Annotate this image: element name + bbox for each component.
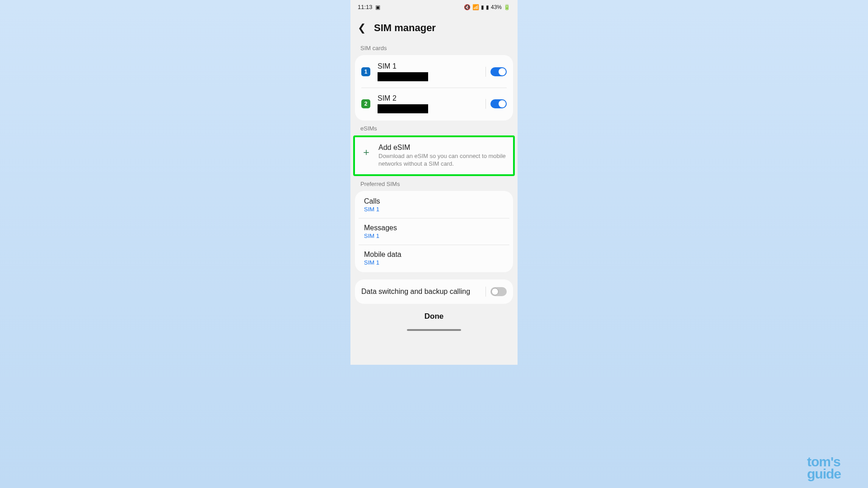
sim1-badge: 1 [361,67,370,76]
section-label-simcards: SIM cards [350,40,518,55]
preferred-data-label: Mobile data [364,251,504,259]
data-switching-toggle-wrap [485,287,507,297]
add-esim-button[interactable]: ＋ Add eSIM Download an eSIM so you can c… [353,135,515,176]
gesture-bar [407,329,461,331]
signal-icon-1: ▮ [481,4,484,10]
mute-icon: 🔇 [464,4,471,10]
status-time: 11:13 [358,4,373,10]
sim-cards-card: 1 SIM 1 2 SIM 2 [355,55,513,121]
preferred-sims-card: Calls SIM 1 Messages SIM 1 Mobile data S… [355,191,513,272]
data-switching-toggle[interactable] [490,287,507,296]
sim2-toggle-wrap [485,99,507,109]
sim1-info: SIM 1 [378,62,478,81]
sim1-toggle-wrap [485,67,507,77]
done-button[interactable]: Done [350,304,518,329]
add-esim-desc: Download an eSIM so you can connect to m… [378,153,507,168]
watermark-line1: tom's [807,455,841,468]
phone-frame: 11:13 ▣ 🔇 📶 ▮ ▮ 43% 🔋 ❮ SIM manager SIM … [350,0,518,365]
add-esim-title: Add eSIM [378,144,507,152]
preferred-data-value: SIM 1 [364,259,504,266]
sim1-toggle[interactable] [490,67,507,76]
preferred-calls-value: SIM 1 [364,206,504,213]
sim2-carrier-redacted [378,104,428,113]
data-switching-row[interactable]: Data switching and backup calling [355,279,513,304]
esim-text: Add eSIM Download an eSIM so you can con… [378,144,507,168]
divider [485,287,486,297]
divider [485,99,486,109]
sim2-info: SIM 2 [378,94,478,113]
battery-icon: 🔋 [504,4,510,10]
status-bar: 11:13 ▣ 🔇 📶 ▮ ▮ 43% 🔋 [350,0,518,14]
battery-percent: 43% [491,4,502,10]
sim2-row[interactable]: 2 SIM 2 [361,88,507,120]
section-label-esims: eSIMs [350,121,518,135]
sim1-row[interactable]: 1 SIM 1 [355,56,513,88]
page-header: ❮ SIM manager [350,14,518,40]
section-label-preferred: Preferred SIMs [350,176,518,191]
sim1-carrier-redacted [378,72,428,81]
page-title: SIM manager [374,22,436,34]
plus-icon: ＋ [361,145,371,159]
wifi-icon: 📶 [472,4,479,10]
data-switching-label: Data switching and backup calling [361,288,470,296]
sim2-toggle[interactable] [490,99,507,108]
preferred-calls-row[interactable]: Calls SIM 1 [359,192,509,218]
divider [485,67,486,77]
preferred-messages-row[interactable]: Messages SIM 1 [359,218,509,245]
status-left: 11:13 ▣ [358,4,380,10]
preferred-messages-label: Messages [364,224,504,232]
sim2-badge: 2 [361,99,370,108]
preferred-data-row[interactable]: Mobile data SIM 1 [359,245,509,271]
watermark-line2: guide [807,468,841,480]
screenshot-icon: ▣ [375,4,380,10]
preferred-calls-label: Calls [364,197,504,205]
status-right: 🔇 📶 ▮ ▮ 43% 🔋 [464,4,510,10]
signal-icon-2: ▮ [486,4,489,10]
watermark-logo: tom's guide [807,455,841,480]
sim1-name: SIM 1 [378,62,478,70]
back-icon[interactable]: ❮ [358,22,366,34]
preferred-messages-value: SIM 1 [364,232,504,239]
sim2-name: SIM 2 [378,94,478,102]
